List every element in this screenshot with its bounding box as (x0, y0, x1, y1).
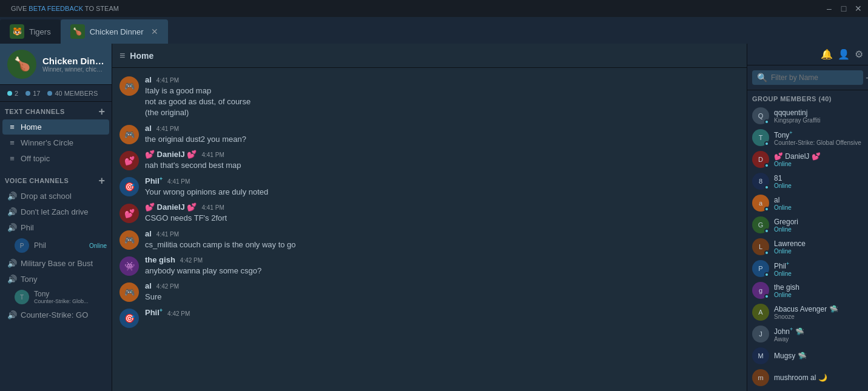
members-count: 40 MEMBERS (55, 90, 98, 97)
filter-icon[interactable]: ⇥ (866, 73, 868, 82)
member-the-gish[interactable]: g the gish Online (747, 279, 868, 301)
author-al-3: al (145, 229, 152, 238)
avatar-81: 8 (752, 173, 769, 190)
name-qqquentinj: qqquentinj (774, 109, 863, 117)
message-header-2: al 4:41 PM (145, 124, 739, 133)
channel-cs-go[interactable]: 🔊 Counter-Strike: GO (2, 307, 109, 322)
avatar-john: J (752, 326, 769, 343)
member-81[interactable]: 8 81 Online (747, 170, 868, 192)
search-icon: 🔍 (757, 73, 767, 82)
tab-tigers[interactable]: 🐯 Tigers (0, 19, 61, 44)
avatar-danielj-1: 💕 (119, 151, 139, 170)
add-friend-icon[interactable]: 👤 (838, 48, 850, 60)
channel-csgo-label: Counter-Strike: GO (21, 310, 104, 319)
minimize-button[interactable]: – (824, 4, 834, 13)
voice-member-tony[interactable]: T Tony Counter-Strike: Glob... (0, 287, 112, 307)
avatar-al-4: 🎮 (119, 282, 139, 302)
voice-channels-header[interactable]: Voice Channels + (0, 171, 112, 188)
author-phil-1: Phil+ (145, 176, 163, 185)
close-button[interactable]: ✕ (853, 4, 863, 13)
message-header-8: al 4:42 PM (145, 281, 739, 290)
voice-channels-label: Voice Channels (5, 177, 69, 184)
channel-phil-vc[interactable]: 🔊 Phil (2, 220, 109, 235)
member-john[interactable]: J John+ 🛸 Away (747, 323, 868, 345)
feedback-link[interactable]: BETA FEEDBACK (29, 5, 83, 12)
message-4: 🎯 Phil+ 4:41 PM Your wrong opinions are … (112, 173, 747, 201)
channel-home-label: Home (21, 122, 104, 132)
message-7: 👾 the gish 4:42 PM anybody wanna play so… (112, 253, 747, 279)
text-7: anybody wanna play some csgo? (145, 266, 739, 276)
member-qqquentinj[interactable]: Q qqquentinj Kingspray Graffiti (747, 105, 868, 127)
settings-icon[interactable]: ⚙ (855, 48, 863, 60)
info-abacus: Abacus Avenger 🛸 Snooze (774, 305, 863, 320)
member-danielj[interactable]: D 💕 DanielJ 💕 Online (747, 149, 868, 170)
member-gregori[interactable]: G Gregori Online (747, 214, 868, 236)
add-voice-channel-button[interactable]: + (97, 176, 107, 185)
channel-off-topic[interactable]: ≡ Off topic (2, 151, 109, 166)
avatar-the-gish: g (752, 282, 769, 299)
status-gregori: Online (774, 226, 863, 233)
add-text-channel-button[interactable]: + (97, 107, 107, 116)
channel-winners-circle[interactable]: ≡ Winner's Circle (2, 135, 109, 150)
search-input[interactable] (771, 73, 862, 82)
tab-chicken-dinner[interactable]: 🍗 Chicken Dinner ✕ (61, 19, 168, 44)
message-content-2: al 4:41 PM the original dust2 you mean? (145, 124, 739, 145)
member-phil[interactable]: P Phil+ Online (747, 258, 868, 279)
name-tony: Tony+ (774, 130, 863, 139)
avatar-phil-2: 🎯 (119, 309, 139, 328)
notification-icon[interactable]: 🔔 (821, 48, 833, 60)
message-header-1: al 4:41 PM (145, 75, 739, 84)
text-5: CSGO needs TF's 2fort (145, 213, 739, 224)
name-lawrence: Lawrence (774, 239, 863, 248)
stat-online: 2 (7, 90, 18, 97)
text-6: cs_militia couch camp is the only way to… (145, 239, 739, 250)
author-al-4: al (145, 281, 152, 290)
ingame-count: 17 (33, 90, 40, 97)
message-content-5: 💕 DanielJ 💕 4:41 PM CSGO needs TF's 2for… (145, 202, 739, 224)
member-mugsy[interactable]: M Mugsy 🛸 (747, 345, 868, 367)
member-tony[interactable]: T Tony+ Counter-Strike: Global Offensive (747, 127, 868, 149)
member-al[interactable]: a al Online (747, 192, 868, 214)
text-channels-header[interactable]: Text Channels + (0, 102, 112, 119)
message-content-9: Phil+ 4:42 PM (145, 307, 739, 318)
tab-close-icon[interactable]: ✕ (151, 27, 158, 36)
stat-ingame: 17 (25, 90, 40, 97)
channel-tony-vc[interactable]: 🔊 Tony (2, 272, 109, 287)
voice-member-phil[interactable]: P Phil Online (0, 236, 112, 255)
channel-drop-at-school[interactable]: 🔊 Drop at school (2, 189, 109, 204)
avatar-abacus: A (752, 304, 769, 321)
avatar-mugsy: M (752, 347, 769, 364)
maximize-button[interactable]: □ (839, 4, 849, 13)
channel-dont-let-zach[interactable]: 🔊 Don't let Zach drive (2, 204, 109, 219)
member-abacus[interactable]: A Abacus Avenger 🛸 Snooze (747, 301, 868, 323)
message-2: 🎮 al 4:41 PM the original dust2 you mean… (112, 121, 747, 147)
channel-offtopic-label: Off topic (21, 154, 104, 163)
members-list: Q qqquentinj Kingspray Graffiti T Tony+ … (747, 105, 868, 391)
avatar-al: a (752, 195, 769, 212)
voice-icon-military: 🔊 (7, 259, 17, 268)
message-header-5: 💕 DanielJ 💕 4:41 PM (145, 202, 739, 212)
author-phil-2: Phil+ (145, 307, 163, 317)
voice-name-tony: Tony (34, 290, 107, 298)
member-mushroom-al[interactable]: m mushroom al 🌙 (747, 367, 868, 389)
info-qqquentinj: qqquentinj Kingspray Graffiti (774, 109, 863, 124)
name-john: John+ 🛸 (774, 326, 863, 336)
members-search: 🔍 ⇥ (747, 65, 868, 90)
text-1: Italy is a good mapnot as good as dust, … (145, 85, 739, 119)
member-stats: 2 17 40 MEMBERS (0, 85, 112, 102)
text-3: nah that's second best map (145, 160, 739, 171)
message-header-6: al 4:41 PM (145, 229, 739, 238)
name-81: 81 (774, 174, 863, 182)
channel-home[interactable]: ≡ Home (2, 119, 109, 135)
member-lawrence[interactable]: L Lawrence Online (747, 236, 868, 258)
online-dot-lawrence (764, 250, 769, 255)
chat-messages[interactable]: 🎮 al 4:41 PM Italy is a good mapnot as g… (112, 68, 747, 391)
channel-military-base[interactable]: 🔊 Military Base or Bust (2, 256, 109, 271)
info-81: 81 Online (774, 174, 863, 189)
channels-area: Text Channels + ≡ Home ≡ Winner's Circle… (0, 102, 112, 391)
text-channels-label: Text Channels (5, 108, 65, 115)
message-header-3: 💕 DanielJ 💕 4:41 PM (145, 150, 739, 159)
channel-offtopic-icon: ≡ (7, 154, 17, 163)
avatar-al-1: 🎮 (119, 76, 139, 96)
online-count: 2 (15, 90, 18, 97)
